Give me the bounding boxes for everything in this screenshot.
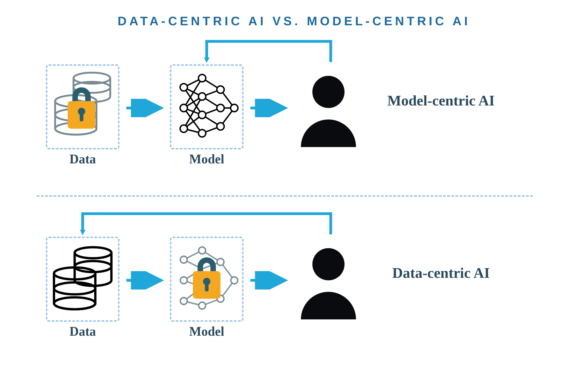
user-icon-top (294, 71, 363, 149)
svg-point-37 (217, 123, 224, 130)
svg-point-44 (54, 282, 95, 294)
arrow-bottom-1 (124, 271, 165, 290)
svg-point-60 (180, 277, 187, 284)
svg-point-63 (199, 302, 206, 309)
svg-point-33 (198, 111, 206, 118)
svg-point-31 (198, 74, 206, 82)
svg-point-34 (198, 130, 206, 137)
svg-point-71 (312, 248, 345, 280)
locked-model-icon (175, 241, 239, 317)
bottom-flow-label: Data-centric AI (381, 264, 501, 282)
svg-point-29 (180, 104, 187, 112)
svg-point-61 (180, 298, 187, 304)
arrow-top-1 (124, 99, 165, 117)
svg-point-59 (180, 256, 187, 263)
top-data-label: Data (46, 152, 119, 166)
svg-point-66 (231, 277, 238, 284)
svg-point-38 (231, 104, 238, 112)
svg-point-40 (312, 76, 345, 108)
database-icon (52, 244, 114, 315)
feedback-arrow-bottom (78, 207, 340, 239)
svg-rect-7 (80, 112, 83, 121)
top-model-label: Model (170, 152, 243, 166)
svg-point-62 (199, 247, 206, 254)
page-title: DATA-CENTRIC AI VS. MODEL-CENTRIC AI (0, 14, 588, 28)
svg-point-45 (54, 297, 95, 309)
diagram-canvas: DATA-CENTRIC AI VS. MODEL-CENTRIC AI Dat… (0, 0, 588, 392)
arrow-bottom-2 (248, 271, 289, 290)
svg-point-35 (217, 86, 224, 93)
neural-net-icon (175, 69, 239, 145)
bottom-model-label: Model (170, 324, 243, 339)
feedback-arrow-top (202, 34, 340, 67)
top-flow-label: Model-centric AI (381, 92, 501, 110)
svg-point-41 (75, 247, 111, 258)
horizontal-divider (37, 195, 533, 197)
svg-point-64 (217, 258, 224, 266)
user-icon-bottom (294, 244, 363, 322)
svg-point-36 (217, 104, 224, 112)
svg-rect-69 (205, 283, 209, 291)
svg-point-30 (180, 125, 187, 132)
arrow-top-2 (248, 99, 289, 117)
svg-point-28 (180, 84, 187, 91)
bottom-data-label: Data (46, 324, 119, 339)
locked-database-icon (50, 69, 115, 145)
svg-point-32 (198, 93, 206, 100)
